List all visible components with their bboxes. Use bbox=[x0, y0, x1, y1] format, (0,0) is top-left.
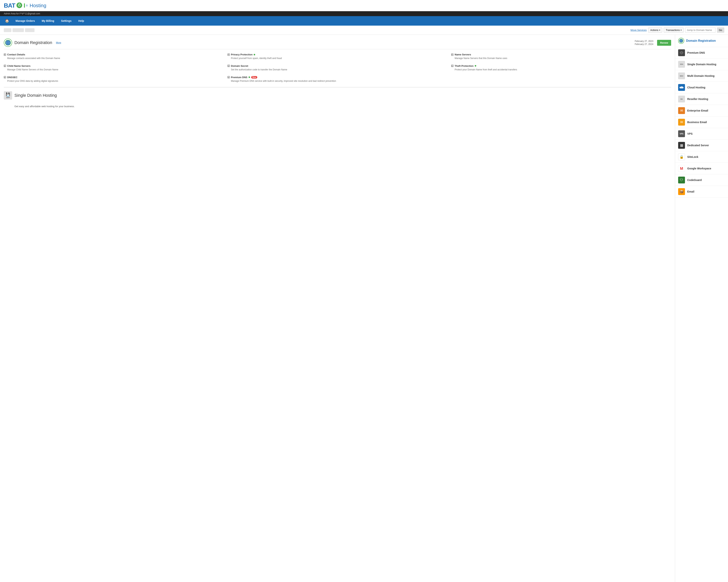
feature-theft-title[interactable]: Theft Protection bbox=[454, 65, 474, 67]
renew-button[interactable]: Renew bbox=[657, 40, 671, 46]
feature-name-servers-title[interactable]: Name Servers bbox=[454, 53, 471, 56]
sidebar-enterprise-email-icon: ✉ bbox=[678, 107, 685, 114]
sidebar-item-rh[interactable]: RH Reseller Hosting bbox=[675, 93, 728, 105]
nav-settings[interactable]: Settings bbox=[58, 17, 75, 25]
sidebar-premium-dns-label: Premium DNS bbox=[687, 51, 705, 54]
feature-dnssec: ▶ DNSSEC Protect your DNS data by adding… bbox=[4, 76, 224, 83]
move-services-button[interactable]: Move Services bbox=[630, 29, 647, 31]
domain-registration-icon bbox=[4, 39, 12, 47]
logo-bat: BAT bbox=[4, 2, 15, 9]
feature-arrow-icon: ▶ bbox=[451, 53, 453, 56]
domain-registration-header: Domain Registration More February 27, 20… bbox=[4, 39, 671, 49]
sidebar-item-premium-dns[interactable]: Premium DNS bbox=[675, 47, 728, 59]
brand-logo: BAT Ô I ® Hosting bbox=[4, 2, 46, 9]
sidebar-dns-icon bbox=[678, 49, 685, 56]
sidebar-item-codeguard[interactable]: 🛡 CodeGuard bbox=[675, 174, 728, 186]
feature-title-row: ▶ Child Name Servers bbox=[4, 65, 224, 67]
feature-title-row: ▶ DNSSEC bbox=[4, 76, 224, 79]
logo-leaf-svg: Ô bbox=[16, 2, 23, 9]
sidebar-item-business-email[interactable]: ✉ Business Email bbox=[675, 117, 728, 128]
feature-child-ns-title[interactable]: Child Name Servers bbox=[7, 65, 30, 67]
domain-registration-more[interactable]: More bbox=[56, 41, 61, 44]
sidebar-item-vps[interactable]: VPS VPS bbox=[675, 128, 728, 140]
features-grid: ▶ Contact Details Manage contacts associ… bbox=[4, 53, 671, 82]
breadcrumb-block-3 bbox=[25, 28, 34, 32]
sidebar-sdh-label: Single Domain Hosting bbox=[687, 63, 716, 66]
sidebar-cloud-label: Cloud Hosting bbox=[687, 86, 705, 89]
theft-status-dot bbox=[475, 65, 476, 67]
sidebar-business-email-label: Business Email bbox=[687, 121, 707, 124]
sidebar-item-sitelock[interactable]: 🔒 SiteLock bbox=[675, 151, 728, 163]
feature-title-row: ▶ Theft Protection bbox=[451, 65, 671, 67]
feature-domain-secret-title[interactable]: Domain Secret bbox=[231, 65, 248, 67]
sidebar-item-mdh[interactable]: MDH Multi Domain Hosting bbox=[675, 70, 728, 82]
jump-to-domain-input[interactable] bbox=[685, 27, 716, 33]
sdh-title: Single Domain Hosting bbox=[15, 93, 57, 98]
feature-arrow-icon: ▶ bbox=[228, 76, 230, 78]
premium-dns-new-badge: New bbox=[251, 76, 257, 79]
sidebar-vps-icon: VPS bbox=[678, 130, 685, 137]
breadcrumb bbox=[4, 28, 628, 32]
sidebar-item-google-workspace[interactable]: M Google Workspace bbox=[675, 163, 728, 174]
sidebar-item-email[interactable]: 📦 Email bbox=[675, 186, 728, 198]
feature-privacy-title[interactable]: Privacy Protection bbox=[231, 53, 253, 56]
mdh-icon-label: MDH bbox=[680, 75, 683, 77]
privacy-status-dot bbox=[254, 54, 255, 55]
svg-text:Ô: Ô bbox=[18, 3, 21, 7]
sidebar-item-enterprise-email[interactable]: ✉ Enterprise Email bbox=[675, 105, 728, 117]
transactions-dropdown[interactable]: Transactions bbox=[664, 27, 684, 33]
sidebar-business-email-icon: ✉ bbox=[678, 119, 685, 126]
feature-title-row: ▶ Name Servers bbox=[451, 53, 671, 56]
feature-theft-protection: ▶ Theft Protection Protect your Domain N… bbox=[451, 65, 671, 71]
admin-bar: Admin Area for t**d**11@gmail.com bbox=[0, 11, 728, 16]
nav-my-billing[interactable]: My Billing bbox=[38, 17, 58, 25]
feature-arrow-icon: ▶ bbox=[4, 65, 6, 67]
sidebar-header: Domain Registration bbox=[675, 35, 728, 47]
feature-child-name-servers: ▶ Child Name Servers Manage Child Name S… bbox=[4, 65, 224, 71]
sidebar-mdh-icon: MDH bbox=[678, 73, 685, 79]
feature-name-servers-desc: Manage Name Servers that this Domain Nam… bbox=[451, 57, 671, 60]
sidebar-google-icon: M bbox=[678, 165, 685, 172]
jump-go-button[interactable]: Go bbox=[717, 27, 724, 33]
sidebar-codeguard-label: CodeGuard bbox=[687, 178, 702, 181]
feature-domain-secret: ▶ Domain Secret Set the authorization co… bbox=[228, 65, 447, 71]
feature-dnssec-title[interactable]: DNSSEC bbox=[7, 76, 18, 79]
sdh-icon: 💾 SDH bbox=[4, 91, 12, 100]
sidebar-sitelock-icon: 🔒 bbox=[678, 153, 685, 160]
cloud-svg bbox=[679, 85, 684, 90]
sdh-icon-graphic: 💾 bbox=[6, 93, 10, 97]
main-layout: Domain Registration More February 27, 20… bbox=[0, 35, 728, 582]
feature-premium-dns-title[interactable]: Premium DNS bbox=[231, 76, 248, 79]
section-dates: February 27, 2023 February 27, 2024 bbox=[635, 40, 653, 46]
globe-svg bbox=[5, 40, 11, 46]
sidebar-item-cloud[interactable]: Cloud Hosting bbox=[675, 82, 728, 93]
nav-home-button[interactable]: 🏠 bbox=[2, 16, 12, 26]
logo-leaf: Ô bbox=[16, 2, 23, 9]
feature-privacy-protection: ▶ Privacy Protection Protect yourself fr… bbox=[228, 53, 447, 60]
feature-premium-dns: ▶ Premium DNS New Manage Premium DNS ser… bbox=[228, 76, 447, 83]
sidebar-sitelock-label: SiteLock bbox=[687, 155, 698, 158]
feature-title-row: ▶ Domain Secret bbox=[228, 65, 447, 67]
feature-title-row: ▶ Contact Details bbox=[4, 53, 224, 56]
nav-manage-orders[interactable]: Manage Orders bbox=[12, 17, 38, 25]
nav-help[interactable]: Help bbox=[75, 17, 87, 25]
feature-title-row: ▶ Privacy Protection bbox=[228, 53, 447, 56]
feature-premium-dns-desc: Manage Premium DNS service with built-in… bbox=[228, 79, 447, 83]
sidebar-item-sdh[interactable]: SDH Single Domain Hosting bbox=[675, 59, 728, 70]
sidebar-item-dedicated-server[interactable]: ▦ Dedicated Server bbox=[675, 140, 728, 151]
sidebar: Domain Registration Premium DNS SDH Sing… bbox=[675, 35, 728, 582]
feature-arrow-icon: ▶ bbox=[451, 65, 453, 67]
feature-contact-details: ▶ Contact Details Manage contacts associ… bbox=[4, 53, 224, 60]
header-logo-area: BAT Ô I ® Hosting bbox=[0, 0, 728, 11]
feature-name-servers: ▶ Name Servers Manage Name Servers that … bbox=[451, 53, 671, 60]
logo-registered: ® bbox=[26, 4, 28, 7]
breadcrumb-block-2 bbox=[12, 28, 24, 32]
rh-icon-label: RH bbox=[680, 98, 683, 100]
sidebar-globe-svg bbox=[679, 39, 683, 43]
date-end: February 27, 2024 bbox=[635, 43, 653, 46]
section-divider bbox=[4, 87, 671, 87]
actions-dropdown[interactable]: Actions bbox=[648, 27, 662, 33]
feature-contact-details-title[interactable]: Contact Details bbox=[7, 53, 25, 56]
domain-registration-section: Domain Registration More February 27, 20… bbox=[4, 39, 671, 82]
feature-privacy-desc: Protect yourself from spam, identity the… bbox=[228, 57, 447, 60]
